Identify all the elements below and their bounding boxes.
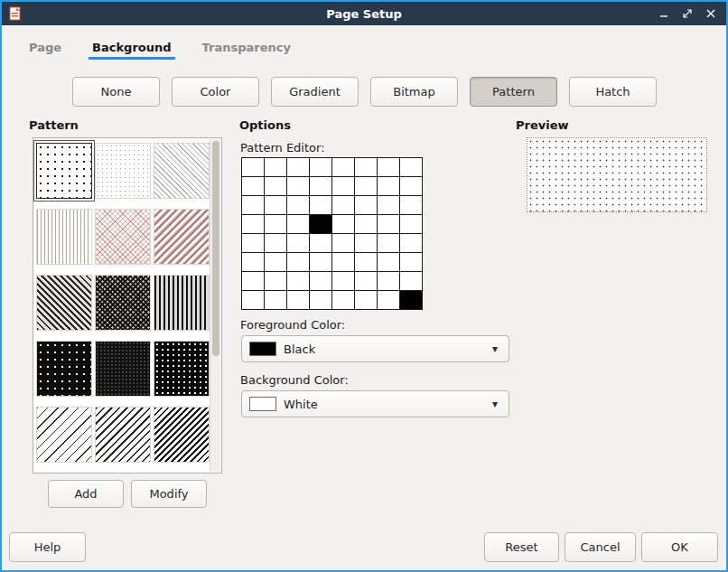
editor-cell-r2c1[interactable] — [265, 196, 286, 214]
pattern-swatch-black-dense[interactable] — [95, 341, 151, 397]
pattern-swatch-diagonal-medium[interactable] — [95, 407, 151, 463]
pattern-swatch-diagonal-dense[interactable] — [154, 407, 210, 463]
editor-cell-r3c2[interactable] — [287, 215, 309, 233]
pattern-list-scrollbar[interactable] — [210, 139, 220, 472]
editor-cell-r0c4[interactable] — [332, 158, 354, 176]
editor-cell-r3c0[interactable] — [242, 215, 264, 233]
editor-cell-r6c5[interactable] — [355, 272, 377, 290]
editor-cell-r1c7[interactable] — [400, 177, 422, 195]
editor-cell-r3c1[interactable] — [265, 215, 286, 233]
editor-cell-r5c5[interactable] — [355, 253, 377, 271]
editor-cell-r4c6[interactable] — [378, 234, 399, 252]
editor-cell-r7c3[interactable] — [310, 291, 331, 309]
editor-cell-r4c1[interactable] — [265, 234, 286, 252]
fill-type-bitmap-button[interactable]: Bitmap — [370, 77, 458, 107]
editor-cell-r4c5[interactable] — [355, 234, 377, 252]
editor-cell-r3c5[interactable] — [355, 215, 377, 233]
ok-button[interactable]: OK — [641, 532, 718, 562]
editor-cell-r4c0[interactable] — [242, 234, 264, 252]
editor-cell-r1c0[interactable] — [242, 177, 264, 195]
restore-button[interactable] — [679, 5, 695, 22]
editor-cell-r0c2[interactable] — [287, 158, 309, 176]
tab-page[interactable]: Page — [25, 38, 65, 60]
editor-cell-r0c3[interactable] — [310, 158, 331, 176]
editor-cell-r3c4[interactable] — [332, 215, 354, 233]
editor-cell-r6c1[interactable] — [265, 272, 286, 290]
editor-cell-r1c2[interactable] — [287, 177, 309, 195]
editor-cell-r6c7[interactable] — [400, 272, 422, 290]
foreground-color-dropdown[interactable]: Black ▾ — [241, 335, 509, 362]
tab-background[interactable]: Background — [89, 38, 175, 60]
pattern-swatch-diagonal-light[interactable] — [154, 143, 210, 199]
help-button[interactable]: Help — [9, 532, 86, 562]
fill-type-gradient-button[interactable]: Gradient — [271, 77, 359, 107]
editor-cell-r2c3[interactable] — [310, 196, 331, 214]
editor-cell-r7c4[interactable] — [332, 291, 354, 309]
editor-cell-r5c0[interactable] — [242, 253, 264, 271]
editor-cell-r4c3[interactable] — [310, 234, 331, 252]
pattern-swatch-dots-sparse[interactable] — [36, 143, 92, 199]
editor-cell-r5c1[interactable] — [265, 253, 286, 271]
fill-type-none-button[interactable]: None — [72, 77, 160, 107]
cancel-button[interactable]: Cancel — [565, 532, 636, 562]
pattern-swatch-crosshatch-dark[interactable] — [95, 275, 151, 331]
minimize-button[interactable] — [656, 5, 672, 22]
editor-cell-r5c4[interactable] — [332, 253, 354, 271]
pattern-swatch-vertical-dark[interactable] — [154, 275, 210, 331]
pattern-swatch-diagonal-dark[interactable] — [36, 275, 92, 331]
editor-cell-r7c6[interactable] — [378, 291, 399, 309]
editor-cell-r6c0[interactable] — [242, 272, 264, 290]
editor-cell-r7c7[interactable] — [400, 291, 422, 309]
editor-cell-r2c5[interactable] — [355, 196, 377, 214]
editor-cell-r6c4[interactable] — [332, 272, 354, 290]
editor-cell-r6c2[interactable] — [287, 272, 309, 290]
editor-cell-r0c7[interactable] — [400, 158, 422, 176]
editor-cell-r2c4[interactable] — [332, 196, 354, 214]
pattern-swatch-vertical-red[interactable] — [36, 209, 92, 265]
editor-cell-r7c0[interactable] — [242, 291, 264, 309]
editor-cell-r7c1[interactable] — [265, 291, 286, 309]
editor-cell-r2c0[interactable] — [242, 196, 264, 214]
editor-cell-r2c2[interactable] — [287, 196, 309, 214]
modify-button[interactable]: Modify — [131, 480, 207, 508]
editor-cell-r3c7[interactable] — [400, 215, 422, 233]
editor-cell-r4c2[interactable] — [287, 234, 309, 252]
editor-cell-r0c0[interactable] — [242, 158, 264, 176]
editor-cell-r3c6[interactable] — [378, 215, 399, 233]
editor-cell-r0c5[interactable] — [355, 158, 377, 176]
background-color-dropdown[interactable]: White ▾ — [241, 390, 509, 417]
editor-cell-r1c5[interactable] — [355, 177, 377, 195]
editor-cell-r4c7[interactable] — [400, 234, 422, 252]
pattern-swatch-black-dotted[interactable] — [154, 341, 210, 397]
editor-cell-r1c3[interactable] — [310, 177, 331, 195]
pattern-swatch-black-white-dots[interactable] — [36, 341, 92, 397]
editor-cell-r5c6[interactable] — [378, 253, 399, 271]
add-button[interactable]: Add — [48, 480, 124, 508]
fill-type-pattern-button[interactable]: Pattern — [470, 77, 557, 107]
close-button[interactable] — [703, 5, 719, 22]
editor-cell-r3c3[interactable] — [310, 215, 331, 233]
editor-cell-r2c6[interactable] — [378, 196, 399, 214]
scrollbar-thumb[interactable] — [212, 141, 219, 356]
editor-cell-r0c6[interactable] — [378, 158, 399, 176]
editor-cell-r7c5[interactable] — [355, 291, 377, 309]
pattern-swatch-diagonal-red[interactable] — [154, 209, 210, 265]
editor-cell-r5c7[interactable] — [400, 253, 422, 271]
editor-cell-r1c1[interactable] — [265, 177, 286, 195]
editor-cell-r5c3[interactable] — [310, 253, 331, 271]
titlebar[interactable]: Page Setup — [2, 2, 726, 25]
editor-cell-r5c2[interactable] — [287, 253, 309, 271]
editor-cell-r4c4[interactable] — [332, 234, 354, 252]
fill-type-color-button[interactable]: Color — [172, 77, 259, 107]
editor-cell-r6c3[interactable] — [310, 272, 331, 290]
tab-transparency[interactable]: Transparency — [199, 38, 294, 60]
reset-button[interactable]: Reset — [484, 532, 559, 562]
pattern-swatch-diagonal-thin[interactable] — [36, 407, 92, 463]
editor-cell-r1c6[interactable] — [378, 177, 399, 195]
editor-cell-r6c6[interactable] — [378, 272, 399, 290]
pattern-swatch-dots-fine[interactable] — [95, 143, 151, 199]
pattern-swatch-crosshatch-red[interactable] — [95, 209, 151, 265]
fill-type-hatch-button[interactable]: Hatch — [569, 77, 657, 107]
editor-cell-r2c7[interactable] — [400, 196, 422, 214]
editor-cell-r1c4[interactable] — [332, 177, 354, 195]
